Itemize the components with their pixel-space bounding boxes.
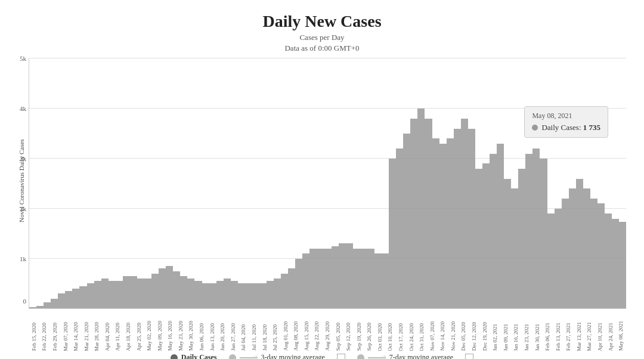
bar[interactable] [482, 163, 490, 308]
bar[interactable] [432, 138, 439, 308]
bar-wrapper [389, 58, 396, 308]
bar[interactable] [159, 268, 166, 308]
bar[interactable] [72, 289, 79, 309]
bar[interactable] [245, 283, 252, 308]
bar[interactable] [417, 109, 425, 308]
bar[interactable] [439, 144, 447, 309]
bar[interactable] [309, 249, 317, 309]
bar[interactable] [389, 159, 396, 308]
bar[interactable] [367, 249, 374, 309]
bar[interactable] [166, 266, 173, 308]
bar[interactable] [288, 268, 295, 308]
bar[interactable] [224, 278, 231, 308]
x-label-container: Oct 10, 2020 [385, 309, 396, 351]
bar[interactable] [151, 274, 159, 309]
bar[interactable] [187, 278, 194, 308]
bar[interactable] [202, 283, 209, 308]
bar[interactable] [518, 169, 525, 309]
bar[interactable] [562, 199, 569, 308]
x-label: Feb 22, 2020 [41, 323, 47, 351]
bar[interactable] [425, 119, 432, 308]
bar[interactable] [36, 306, 44, 308]
bar[interactable] [123, 276, 130, 308]
bar[interactable] [605, 213, 612, 308]
bar[interactable] [180, 276, 187, 308]
x-label-container: Jan 30, 2021 [532, 309, 543, 351]
bar[interactable] [346, 243, 353, 308]
bar[interactable] [130, 276, 137, 308]
bar[interactable] [281, 274, 288, 309]
bar[interactable] [216, 281, 224, 308]
bar[interactable] [360, 249, 367, 309]
x-label-container: Apr 25, 2020 [134, 309, 144, 351]
bar[interactable] [447, 138, 454, 308]
bar[interactable] [612, 219, 619, 309]
bar[interactable] [590, 199, 597, 308]
bar[interactable] [44, 302, 51, 308]
bar[interactable] [576, 179, 583, 309]
bar[interactable] [51, 299, 58, 309]
bar[interactable] [410, 119, 417, 308]
bar[interactable] [490, 154, 497, 309]
x-label: Feb 13, 2021 [555, 323, 561, 351]
bar[interactable] [583, 188, 590, 308]
bar[interactable] [382, 253, 389, 308]
bar[interactable] [454, 129, 461, 309]
x-label-container: Apr 18, 2020 [123, 309, 134, 351]
bar[interactable] [597, 203, 605, 308]
bar[interactable] [259, 283, 267, 308]
bar[interactable] [116, 281, 123, 308]
bar-wrapper [346, 58, 353, 308]
bar[interactable] [65, 291, 72, 308]
x-label: Oct 17, 2020 [398, 323, 404, 351]
bar[interactable] [468, 129, 475, 309]
bar[interactable] [324, 249, 332, 309]
bar[interactable] [274, 278, 281, 308]
bar[interactable] [532, 148, 540, 308]
bar-wrapper [396, 58, 403, 308]
bar[interactable] [374, 253, 382, 308]
bar[interactable] [332, 246, 339, 309]
bar[interactable] [267, 281, 274, 308]
bar[interactable] [231, 281, 238, 308]
chart-title: Daily New Cases [18, 12, 626, 31]
bar[interactable] [238, 283, 245, 308]
bar[interactable] [619, 222, 626, 308]
bar[interactable] [58, 293, 65, 308]
bar[interactable] [547, 213, 555, 308]
bar-wrapper [317, 58, 324, 308]
bar[interactable] [252, 283, 259, 308]
x-label-container: May 23, 2020 [175, 309, 186, 351]
bar-wrapper [374, 58, 382, 308]
bar-wrapper [36, 58, 44, 308]
bar[interactable] [295, 259, 302, 309]
bar[interactable] [461, 119, 468, 308]
bar[interactable] [302, 253, 309, 308]
bar[interactable] [504, 179, 511, 309]
bar[interactable] [403, 134, 410, 308]
bar[interactable] [94, 281, 101, 308]
bar[interactable] [511, 188, 518, 308]
bar[interactable] [339, 243, 346, 308]
bar[interactable] [209, 283, 216, 308]
bar[interactable] [569, 188, 576, 308]
bar[interactable] [540, 159, 547, 308]
bar[interactable] [29, 307, 36, 308]
bar[interactable] [194, 281, 202, 308]
bar[interactable] [353, 249, 360, 309]
bar[interactable] [475, 169, 482, 309]
bar[interactable] [137, 278, 144, 308]
bar[interactable] [109, 281, 116, 308]
bar[interactable] [555, 209, 562, 309]
bar[interactable] [144, 278, 151, 308]
bar[interactable] [87, 283, 94, 308]
bar[interactable] [79, 286, 86, 309]
x-label: Jan 09, 2021 [503, 324, 509, 351]
bar[interactable] [173, 271, 180, 309]
bar[interactable] [525, 154, 532, 309]
bar[interactable] [396, 148, 403, 308]
bar[interactable] [101, 278, 109, 308]
bar-wrapper [490, 58, 497, 308]
bar[interactable] [497, 144, 504, 309]
bar[interactable] [317, 249, 324, 309]
